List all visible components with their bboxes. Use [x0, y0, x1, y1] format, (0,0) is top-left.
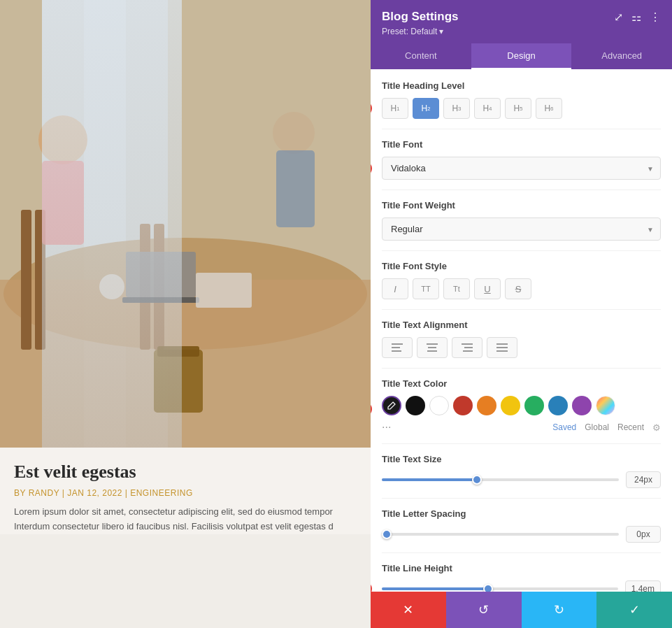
align-left-button[interactable]: [382, 337, 413, 358]
preview-image: [0, 0, 371, 448]
svg-point-13: [273, 112, 315, 154]
svg-rect-22: [427, 343, 438, 345]
color-black-swatch[interactable]: [406, 396, 425, 415]
svg-rect-2: [84, 0, 126, 448]
svg-rect-12: [42, 161, 84, 245]
color-tab-global[interactable]: Global: [585, 422, 609, 432]
h2-button[interactable]: H2: [413, 98, 439, 119]
badge-4: 4: [371, 581, 372, 592]
settings-panel: Blog Settings ⤢ ⚏ ⋮ Preset: Default ▾ Co…: [371, 0, 672, 628]
columns-icon[interactable]: ⚏: [631, 10, 641, 24]
color-green-swatch[interactable]: [524, 396, 544, 415]
title-font-wrapper: 2 Vidaloka: [382, 157, 661, 180]
redo-button[interactable]: ↻: [522, 592, 597, 628]
title-text-size-fill: [382, 478, 477, 481]
svg-rect-26: [464, 347, 473, 348]
align-justify-button[interactable]: [487, 337, 517, 358]
title-line-height-thumb[interactable]: [483, 584, 493, 592]
tab-design[interactable]: Design: [471, 43, 572, 69]
title-text-size-slider: 24px: [382, 471, 661, 488]
italic-button[interactable]: I: [382, 278, 408, 299]
h3-button[interactable]: H3: [443, 98, 470, 119]
title-letter-spacing-value[interactable]: 0px: [626, 526, 661, 543]
capitalize-button[interactable]: Tt: [443, 278, 470, 299]
title-text-color-label: Title Text Color: [382, 378, 661, 389]
title-text-alignment-label: Title Text Alignment: [382, 320, 661, 330]
title-text-size-track[interactable]: [382, 478, 619, 481]
more-icon[interactable]: ⋮: [650, 10, 661, 24]
title-text-size-label: Title Text Size: [382, 454, 661, 464]
title-font-weight-label: Title Font Weight: [382, 200, 661, 210]
h5-button[interactable]: H5: [505, 98, 531, 119]
svg-rect-16: [157, 346, 199, 357]
align-right-button[interactable]: [452, 337, 482, 358]
title-text-size-thumb[interactable]: [472, 475, 482, 485]
svg-rect-17: [196, 273, 252, 308]
title-letter-spacing-slider: 0px: [382, 526, 661, 543]
color-edit-swatch[interactable]: [382, 396, 401, 415]
h4-button[interactable]: H4: [474, 98, 501, 119]
title-letter-spacing-label: Title Letter Spacing: [382, 508, 661, 519]
svg-rect-7: [140, 224, 150, 350]
color-settings-icon[interactable]: ⚙: [652, 422, 661, 433]
color-tabs: ··· Saved Global Recent ⚙: [382, 421, 661, 434]
header-icons: ⤢ ⚏ ⋮: [614, 10, 661, 24]
title-line-height-slider: 4 1.4em: [382, 580, 661, 592]
preview-text: Lorem ipsum dolor sit amet, consectetur …: [14, 505, 357, 534]
color-section: 3 ···: [382, 396, 661, 434]
svg-rect-15: [154, 350, 203, 413]
settings-title: Blog Settings: [382, 10, 459, 24]
color-orange-swatch[interactable]: [477, 396, 496, 415]
title-font-select[interactable]: Vidaloka: [382, 157, 661, 180]
color-gradient-swatch[interactable]: [596, 396, 615, 415]
align-buttons: [382, 337, 661, 358]
color-tab-recent[interactable]: Recent: [617, 422, 644, 432]
color-more-dots[interactable]: ···: [382, 421, 391, 434]
preview-panel: Est velit egestas BY RANDY | JAN 12, 202…: [0, 0, 371, 628]
preview-meta: BY RANDY | JAN 12, 2022 | ENGINEERING: [14, 488, 357, 498]
color-yellow-swatch[interactable]: [501, 396, 520, 415]
h6-button[interactable]: H6: [536, 98, 562, 119]
underline-button[interactable]: U: [474, 278, 501, 299]
align-center-button[interactable]: [417, 337, 448, 358]
title-font-label: Title Font: [382, 139, 661, 150]
svg-rect-14: [276, 150, 315, 227]
expand-icon[interactable]: ⤢: [614, 10, 623, 24]
settings-header-top: Blog Settings ⤢ ⚏ ⋮: [382, 10, 661, 24]
bottom-toolbar: ✕ ↺ ↻ ✓: [371, 592, 672, 628]
preset-arrow: ▾: [439, 27, 443, 36]
svg-rect-5: [21, 210, 31, 350]
cancel-button[interactable]: ✕: [371, 592, 446, 628]
title-line-height-label: Title Line Height: [382, 563, 661, 573]
svg-rect-20: [392, 347, 400, 348]
color-blue-swatch[interactable]: [548, 396, 568, 415]
title-text-size-value[interactable]: 24px: [626, 471, 661, 488]
title-line-height-track[interactable]: [382, 587, 618, 590]
title-letter-spacing-track[interactable]: [382, 533, 619, 536]
badge-2: 2: [371, 161, 372, 176]
tab-advanced[interactable]: Advanced: [571, 43, 672, 69]
strikethrough-button[interactable]: S: [505, 278, 531, 299]
settings-header: Blog Settings ⤢ ⚏ ⋮ Preset: Default ▾: [371, 0, 672, 43]
undo-button[interactable]: ↺: [446, 592, 522, 628]
title-line-height-value[interactable]: 1.4em: [625, 580, 661, 592]
color-white-swatch[interactable]: [429, 396, 449, 415]
svg-rect-23: [428, 347, 436, 348]
title-font-weight-select[interactable]: Regular: [382, 217, 661, 241]
tab-content[interactable]: Content: [371, 43, 471, 69]
svg-rect-6: [35, 210, 45, 350]
uppercase-button[interactable]: TT: [413, 278, 439, 299]
title-font-style-label: Title Font Style: [382, 261, 661, 271]
color-tab-saved[interactable]: Saved: [552, 422, 576, 432]
preset-text: Preset: Default: [382, 27, 437, 36]
svg-rect-28: [496, 343, 508, 345]
style-buttons: I TT Tt U S: [382, 278, 661, 299]
color-red-swatch[interactable]: [453, 396, 473, 415]
confirm-button[interactable]: ✓: [596, 592, 672, 628]
h1-button[interactable]: H1: [382, 98, 408, 119]
preset-label[interactable]: Preset: Default ▾: [382, 27, 661, 36]
title-letter-spacing-thumb[interactable]: [382, 529, 392, 539]
svg-rect-21: [392, 350, 401, 352]
color-purple-swatch[interactable]: [572, 396, 592, 415]
title-heading-level-label: Title Heading Level: [382, 80, 661, 91]
